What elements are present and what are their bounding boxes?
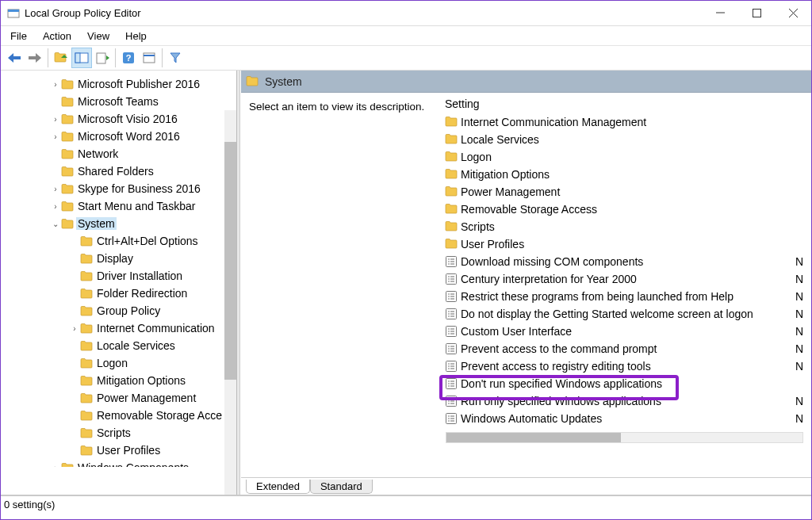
setting-icon	[445, 255, 458, 268]
tree-item[interactable]: ›Microsoft Publisher 2016	[1, 75, 236, 93]
tree-item[interactable]: Group Policy	[1, 302, 236, 319]
setting-name: User Profiles	[461, 238, 795, 250]
tree-item[interactable]: Logon	[1, 354, 236, 372]
column-header-setting[interactable]: Setting	[445, 98, 804, 110]
setting-row[interactable]: Internet Communication Management	[438, 113, 811, 131]
tree-item[interactable]: Locale Services	[1, 337, 236, 354]
folder-icon	[445, 116, 458, 128]
settings-hscrollbar[interactable]	[446, 432, 803, 443]
tree-item[interactable]: ›Microsoft Visio 2016	[1, 110, 236, 128]
setting-row[interactable]: Restrict these programs from being launc…	[438, 288, 811, 305]
tree-item[interactable]: Folder Redirection	[1, 285, 236, 302]
setting-row[interactable]: Power Management	[438, 183, 811, 201]
close-button[interactable]	[775, 2, 811, 25]
setting-row[interactable]: Run only specified Windows applicationsN	[438, 392, 811, 410]
tree-item[interactable]: Scripts	[1, 424, 236, 442]
folder-icon	[80, 235, 93, 247]
back-button[interactable]	[4, 48, 25, 68]
tree-item[interactable]: ⌄System	[1, 215, 236, 232]
setting-row[interactable]: User Profiles	[438, 235, 811, 253]
tree-item-label: Network	[76, 147, 120, 160]
setting-state: N	[795, 412, 811, 425]
tree-item[interactable]: ›Windows Components	[1, 459, 236, 467]
detail-heading: System	[265, 75, 302, 88]
folder-icon	[61, 183, 74, 194]
tab-extended[interactable]: Extended	[246, 480, 310, 494]
menu-file[interactable]: File	[4, 29, 33, 44]
setting-row[interactable]: Download missing COM componentsN	[438, 253, 811, 270]
setting-name: Locale Services	[461, 133, 795, 146]
folder-icon	[80, 288, 93, 299]
tree-item[interactable]: Removable Storage Acce	[1, 407, 236, 424]
setting-icon	[445, 273, 458, 285]
setting-row[interactable]: Prevent access to the command promptN	[438, 340, 811, 358]
setting-icon	[445, 290, 458, 303]
tree-item[interactable]: Microsoft Teams	[1, 93, 236, 110]
tree-item[interactable]: Network	[1, 145, 236, 162]
show-hide-tree-button[interactable]	[71, 48, 92, 68]
tree-item[interactable]: ›Microsoft Word 2016	[1, 128, 236, 145]
expander-icon[interactable]: ›	[50, 132, 61, 141]
tree[interactable]: ›Microsoft Publisher 2016Microsoft Teams…	[1, 71, 236, 467]
tree-item-label: Windows Components	[76, 461, 190, 467]
tree-item-label: System	[76, 217, 117, 230]
expander-icon[interactable]: ›	[50, 464, 61, 468]
folder-icon	[80, 323, 93, 334]
setting-row[interactable]: Do not display the Getting Started welco…	[438, 305, 811, 323]
setting-row[interactable]: Custom User InterfaceN	[438, 323, 811, 340]
settings-column: Setting Internet Communication Managemen…	[438, 93, 811, 477]
tree-item[interactable]: Display	[1, 250, 236, 267]
menu-help[interactable]: Help	[119, 29, 153, 44]
menu-action[interactable]: Action	[36, 29, 78, 44]
folder-icon	[445, 133, 458, 146]
forward-button[interactable]	[25, 48, 45, 68]
setting-row[interactable]: Century interpretation for Year 2000N	[438, 270, 811, 288]
setting-state: N	[795, 395, 811, 407]
export-button[interactable]	[92, 48, 113, 68]
filter-button[interactable]	[165, 48, 186, 68]
minimize-button[interactable]	[702, 2, 738, 25]
folder-icon	[61, 96, 74, 107]
folder-icon	[80, 392, 93, 403]
setting-icon	[445, 377, 458, 390]
expander-icon[interactable]: ⌄	[50, 220, 61, 228]
tree-scrollbar[interactable]	[224, 110, 236, 495]
tree-item[interactable]: User Profiles	[1, 442, 236, 459]
properties-button[interactable]	[139, 48, 159, 68]
setting-row[interactable]: Don't run specified Windows applications	[438, 375, 811, 392]
folder-icon	[61, 462, 74, 467]
folder-icon	[61, 131, 74, 142]
setting-row[interactable]: Logon	[438, 148, 811, 166]
tree-item-label: Group Policy	[95, 304, 162, 317]
tree-item[interactable]: ›Skype for Business 2016	[1, 180, 236, 197]
setting-row[interactable]: Prevent access to registry editing tools…	[438, 358, 811, 375]
setting-name: Century interpretation for Year 2000	[461, 273, 795, 285]
tree-item[interactable]: ›Internet Communication	[1, 319, 236, 337]
setting-row[interactable]: Locale Services	[438, 131, 811, 148]
tree-item[interactable]: ›Start Menu and Taskbar	[1, 197, 236, 215]
setting-row[interactable]: Removable Storage Access	[438, 201, 811, 218]
help-button[interactable]: ?	[118, 48, 139, 68]
setting-name: Power Management	[461, 185, 795, 198]
expander-icon[interactable]: ›	[50, 80, 61, 89]
expander-icon[interactable]: ›	[50, 185, 61, 193]
setting-row[interactable]: Mitigation Options	[438, 166, 811, 183]
setting-row[interactable]: Windows Automatic UpdatesN	[438, 410, 811, 427]
tree-item[interactable]: Ctrl+Alt+Del Options	[1, 232, 236, 250]
tree-item[interactable]: Power Management	[1, 389, 236, 407]
menu-view[interactable]: View	[81, 29, 116, 44]
tab-standard[interactable]: Standard	[310, 480, 373, 494]
tree-item[interactable]: Driver Installation	[1, 267, 236, 285]
setting-row[interactable]: Scripts	[438, 218, 811, 235]
setting-name: Logon	[461, 151, 795, 163]
maximize-button[interactable]	[738, 2, 775, 25]
tree-item[interactable]: Shared Folders	[1, 162, 236, 180]
expander-icon[interactable]: ›	[50, 115, 61, 124]
expander-icon[interactable]: ›	[69, 324, 80, 333]
tree-item-label: Driver Installation	[95, 270, 184, 282]
up-button[interactable]	[51, 48, 71, 68]
expander-icon[interactable]: ›	[50, 202, 61, 211]
tree-item[interactable]: Mitigation Options	[1, 372, 236, 389]
tree-item-label: Internet Communication	[95, 322, 216, 335]
svg-rect-22	[144, 53, 155, 63]
